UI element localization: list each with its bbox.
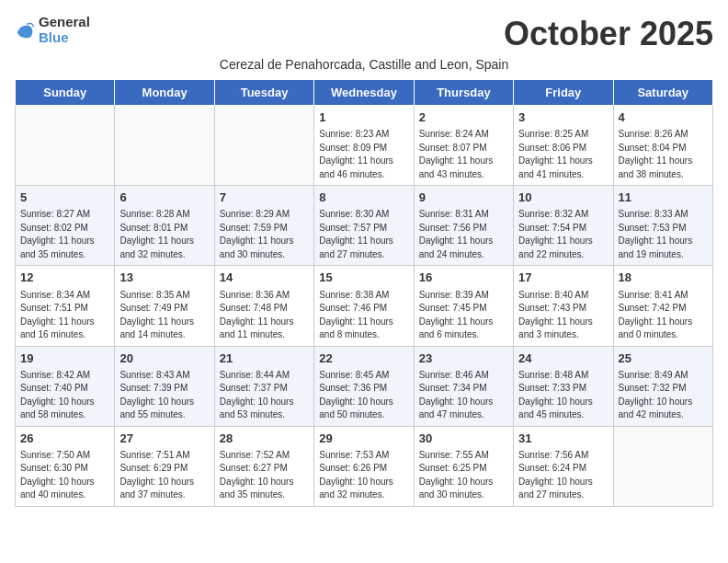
month-title: October 2025 (504, 15, 713, 53)
day-info: Sunrise: 8:45 AM Sunset: 7:36 PM Dayligh… (319, 369, 408, 422)
day-info: Sunrise: 7:56 AM Sunset: 6:24 PM Dayligh… (518, 449, 608, 502)
calendar-row-4: 26Sunrise: 7:50 AM Sunset: 6:30 PM Dayli… (16, 426, 713, 506)
calendar-cell (16, 106, 115, 186)
calendar-cell: 2Sunrise: 8:24 AM Sunset: 8:07 PM Daylig… (414, 106, 513, 186)
day-number: 4 (619, 109, 708, 126)
day-number: 30 (419, 431, 508, 447)
calendar-cell: 14Sunrise: 8:36 AM Sunset: 7:48 PM Dayli… (214, 266, 313, 346)
calendar-cell: 3Sunrise: 8:25 AM Sunset: 8:06 PM Daylig… (514, 106, 613, 186)
day-number: 17 (518, 270, 608, 286)
calendar-cell: 15Sunrise: 8:38 AM Sunset: 7:46 PM Dayli… (314, 266, 414, 346)
day-info: Sunrise: 8:40 AM Sunset: 7:43 PM Dayligh… (518, 289, 608, 342)
day-info: Sunrise: 8:38 AM Sunset: 7:46 PM Dayligh… (319, 289, 408, 342)
day-info: Sunrise: 8:41 AM Sunset: 7:42 PM Dayligh… (619, 289, 708, 342)
day-number: 18 (619, 270, 708, 286)
day-number: 2 (419, 109, 508, 126)
day-number: 23 (419, 350, 508, 367)
day-number: 31 (518, 431, 608, 447)
day-info: Sunrise: 7:52 AM Sunset: 6:27 PM Dayligh… (220, 449, 309, 502)
day-info: Sunrise: 8:34 AM Sunset: 7:51 PM Dayligh… (20, 289, 109, 342)
day-number: 20 (119, 350, 209, 367)
calendar-table: SundayMondayTuesdayWednesdayThursdayFrid… (15, 79, 713, 507)
column-header-sunday: Sunday (16, 80, 115, 106)
calendar-cell: 5Sunrise: 8:27 AM Sunset: 8:02 PM Daylig… (16, 186, 115, 266)
day-number: 14 (220, 270, 309, 286)
day-number: 11 (619, 190, 708, 206)
day-info: Sunrise: 8:28 AM Sunset: 8:01 PM Dayligh… (119, 208, 209, 261)
column-header-monday: Monday (115, 80, 214, 106)
calendar-row-2: 12Sunrise: 8:34 AM Sunset: 7:51 PM Dayli… (16, 266, 713, 346)
day-number: 26 (20, 431, 109, 447)
calendar-cell: 26Sunrise: 7:50 AM Sunset: 6:30 PM Dayli… (16, 426, 115, 506)
calendar-cell: 28Sunrise: 7:52 AM Sunset: 6:27 PM Dayli… (214, 426, 313, 506)
column-header-thursday: Thursday (414, 80, 513, 106)
day-number: 9 (419, 190, 508, 206)
day-info: Sunrise: 8:27 AM Sunset: 8:02 PM Dayligh… (20, 208, 109, 261)
day-info: Sunrise: 7:55 AM Sunset: 6:25 PM Dayligh… (419, 449, 508, 502)
day-number: 29 (319, 431, 408, 447)
calendar-cell: 9Sunrise: 8:31 AM Sunset: 7:56 PM Daylig… (414, 186, 513, 266)
calendar-cell: 4Sunrise: 8:26 AM Sunset: 8:04 PM Daylig… (613, 106, 712, 186)
day-info: Sunrise: 8:23 AM Sunset: 8:09 PM Dayligh… (319, 128, 408, 181)
calendar-cell (613, 426, 712, 506)
day-number: 16 (419, 270, 508, 286)
calendar-header-row: SundayMondayTuesdayWednesdayThursdayFrid… (16, 80, 713, 106)
day-info: Sunrise: 8:29 AM Sunset: 7:59 PM Dayligh… (220, 208, 309, 261)
day-number: 19 (20, 350, 109, 367)
calendar-cell: 30Sunrise: 7:55 AM Sunset: 6:25 PM Dayli… (414, 426, 513, 506)
calendar-cell: 13Sunrise: 8:35 AM Sunset: 7:49 PM Dayli… (115, 266, 214, 346)
calendar-cell: 25Sunrise: 8:49 AM Sunset: 7:32 PM Dayli… (613, 346, 712, 426)
calendar-cell: 11Sunrise: 8:33 AM Sunset: 7:53 PM Dayli… (613, 186, 712, 266)
logo-icon (15, 20, 35, 40)
column-header-wednesday: Wednesday (314, 80, 414, 106)
day-info: Sunrise: 8:44 AM Sunset: 7:37 PM Dayligh… (220, 369, 309, 422)
column-header-friday: Friday (514, 80, 613, 106)
day-info: Sunrise: 8:33 AM Sunset: 7:53 PM Dayligh… (619, 208, 708, 261)
day-number: 3 (518, 109, 608, 126)
calendar-cell (214, 106, 313, 186)
calendar-cell: 22Sunrise: 8:45 AM Sunset: 7:36 PM Dayli… (314, 346, 414, 426)
calendar-cell: 1Sunrise: 8:23 AM Sunset: 8:09 PM Daylig… (314, 106, 414, 186)
day-info: Sunrise: 7:53 AM Sunset: 6:26 PM Dayligh… (319, 449, 408, 502)
subtitle: Cerezal de Penahorcada, Castille and Leo… (15, 57, 713, 72)
calendar-cell: 16Sunrise: 8:39 AM Sunset: 7:45 PM Dayli… (414, 266, 513, 346)
day-info: Sunrise: 8:31 AM Sunset: 7:56 PM Dayligh… (419, 208, 508, 261)
calendar-cell: 29Sunrise: 7:53 AM Sunset: 6:26 PM Dayli… (314, 426, 414, 506)
calendar-cell: 27Sunrise: 7:51 AM Sunset: 6:29 PM Dayli… (115, 426, 214, 506)
day-info: Sunrise: 7:51 AM Sunset: 6:29 PM Dayligh… (119, 449, 209, 502)
calendar-cell: 6Sunrise: 8:28 AM Sunset: 8:01 PM Daylig… (115, 186, 214, 266)
day-info: Sunrise: 8:43 AM Sunset: 7:39 PM Dayligh… (119, 369, 209, 422)
calendar-cell: 8Sunrise: 8:30 AM Sunset: 7:57 PM Daylig… (314, 186, 414, 266)
column-header-saturday: Saturday (613, 80, 712, 106)
day-info: Sunrise: 8:24 AM Sunset: 8:07 PM Dayligh… (419, 128, 508, 181)
day-info: Sunrise: 8:39 AM Sunset: 7:45 PM Dayligh… (419, 289, 508, 342)
calendar-cell: 23Sunrise: 8:46 AM Sunset: 7:34 PM Dayli… (414, 346, 513, 426)
day-number: 6 (119, 190, 209, 206)
day-number: 27 (119, 431, 209, 447)
day-number: 5 (20, 190, 109, 206)
calendar-cell: 17Sunrise: 8:40 AM Sunset: 7:43 PM Dayli… (514, 266, 613, 346)
column-header-tuesday: Tuesday (214, 80, 313, 106)
day-info: Sunrise: 8:25 AM Sunset: 8:06 PM Dayligh… (518, 128, 608, 181)
day-info: Sunrise: 8:35 AM Sunset: 7:49 PM Dayligh… (119, 289, 209, 342)
calendar-cell: 18Sunrise: 8:41 AM Sunset: 7:42 PM Dayli… (613, 266, 712, 346)
calendar-cell: 19Sunrise: 8:42 AM Sunset: 7:40 PM Dayli… (16, 346, 115, 426)
day-info: Sunrise: 8:46 AM Sunset: 7:34 PM Dayligh… (419, 369, 508, 422)
calendar-cell: 12Sunrise: 8:34 AM Sunset: 7:51 PM Dayli… (16, 266, 115, 346)
calendar-cell: 21Sunrise: 8:44 AM Sunset: 7:37 PM Dayli… (214, 346, 313, 426)
day-number: 1 (319, 109, 408, 126)
day-info: Sunrise: 8:49 AM Sunset: 7:32 PM Dayligh… (619, 369, 708, 422)
day-number: 12 (20, 270, 109, 286)
day-number: 13 (119, 270, 209, 286)
logo-blue: Blue (39, 30, 90, 46)
page-header: General Blue October 2025 (15, 15, 713, 53)
day-info: Sunrise: 7:50 AM Sunset: 6:30 PM Dayligh… (20, 449, 109, 502)
day-number: 10 (518, 190, 608, 206)
calendar-row-1: 5Sunrise: 8:27 AM Sunset: 8:02 PM Daylig… (16, 186, 713, 266)
day-info: Sunrise: 8:26 AM Sunset: 8:04 PM Dayligh… (619, 128, 708, 181)
day-info: Sunrise: 8:48 AM Sunset: 7:33 PM Dayligh… (518, 369, 608, 422)
day-number: 25 (619, 350, 708, 367)
day-number: 21 (220, 350, 309, 367)
day-number: 22 (319, 350, 408, 367)
day-number: 28 (220, 431, 309, 447)
